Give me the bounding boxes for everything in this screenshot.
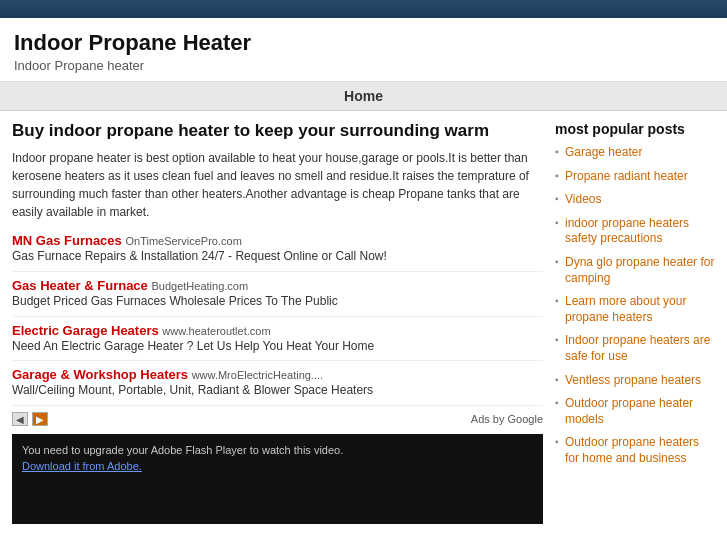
video-upgrade-text: You need to upgrade your Adobe Flash Pla…: [22, 444, 343, 456]
sidebar-link-safe-use[interactable]: Indoor propane heaters are safe for use: [555, 333, 715, 364]
ads-by-google: Ads by Google: [471, 413, 543, 425]
content-wrapper: Buy indoor propane heater to keep your s…: [0, 111, 727, 534]
ad-source: www.heateroutlet.com: [162, 325, 270, 337]
sidebar: most popular posts Garage heater Propane…: [555, 121, 715, 524]
site-title: Indoor Propane Heater: [14, 30, 713, 56]
ad-desc: Budget Priced Gas Furnaces Wholesale Pri…: [12, 293, 543, 310]
nav-bar: Home: [0, 82, 727, 111]
main-heading: Buy indoor propane heater to keep your s…: [12, 121, 543, 141]
sidebar-link-garage-heater[interactable]: Garage heater: [555, 145, 715, 161]
ad-item: Electric Garage Heaters www.heateroutlet…: [12, 323, 543, 362]
video-placeholder: You need to upgrade your Adobe Flash Pla…: [12, 434, 543, 524]
sidebar-link-outdoor-home[interactable]: Outdoor propane heaters for home and bus…: [555, 435, 715, 466]
ad-title[interactable]: Electric Garage Heaters: [12, 323, 159, 338]
ad-item: MN Gas Furnaces OnTimeServicePro.com Gas…: [12, 233, 543, 272]
ad-source: BudgetHeating.com: [151, 280, 248, 292]
ad-title[interactable]: MN Gas Furnaces: [12, 233, 122, 248]
ad-desc: Gas Furnace Repairs & Installation 24/7 …: [12, 248, 543, 265]
ads-container: MN Gas Furnaces OnTimeServicePro.com Gas…: [12, 233, 543, 406]
sidebar-link-ventless[interactable]: Ventless propane heaters: [555, 373, 715, 389]
ad-title[interactable]: Garage & Workshop Heaters: [12, 367, 188, 382]
ad-source: www.MroElectricHeating....: [192, 369, 323, 381]
sidebar-link-videos[interactable]: Videos: [555, 192, 715, 208]
prev-button[interactable]: ◀: [12, 412, 28, 426]
sidebar-title: most popular posts: [555, 121, 715, 137]
top-bar: [0, 0, 727, 18]
sidebar-link-propane-radiant[interactable]: Propane radiant heater: [555, 169, 715, 185]
nav-home[interactable]: Home: [344, 88, 383, 104]
ad-source: OnTimeServicePro.com: [125, 235, 241, 247]
ad-item: Garage & Workshop Heaters www.MroElectri…: [12, 367, 543, 406]
intro-text: Indoor propane heater is best option ava…: [12, 149, 543, 221]
header: Indoor Propane Heater Indoor Propane hea…: [0, 18, 727, 82]
ad-item: Gas Heater & Furnace BudgetHeating.com B…: [12, 278, 543, 317]
ad-desc: Wall/Ceiling Mount, Portable, Unit, Radi…: [12, 382, 543, 399]
ad-title[interactable]: Gas Heater & Furnace: [12, 278, 148, 293]
sidebar-link-outdoor-models[interactable]: Outdoor propane heater models: [555, 396, 715, 427]
sidebar-link-learn-more[interactable]: Learn more about your propane heaters: [555, 294, 715, 325]
next-button[interactable]: ▶: [32, 412, 48, 426]
video-download-link[interactable]: Download it from Adobe.: [22, 460, 533, 472]
sidebar-link-dyna-glo[interactable]: Dyna glo propane heater for camping: [555, 255, 715, 286]
main-content: Buy indoor propane heater to keep your s…: [12, 121, 543, 524]
ads-navigation: ◀ ▶ Ads by Google: [12, 412, 543, 426]
sidebar-link-safety[interactable]: indoor propane heaters safety precaution…: [555, 216, 715, 247]
ad-desc: Need An Electric Garage Heater ? Let Us …: [12, 338, 543, 355]
site-subtitle: Indoor Propane heater: [14, 58, 713, 73]
